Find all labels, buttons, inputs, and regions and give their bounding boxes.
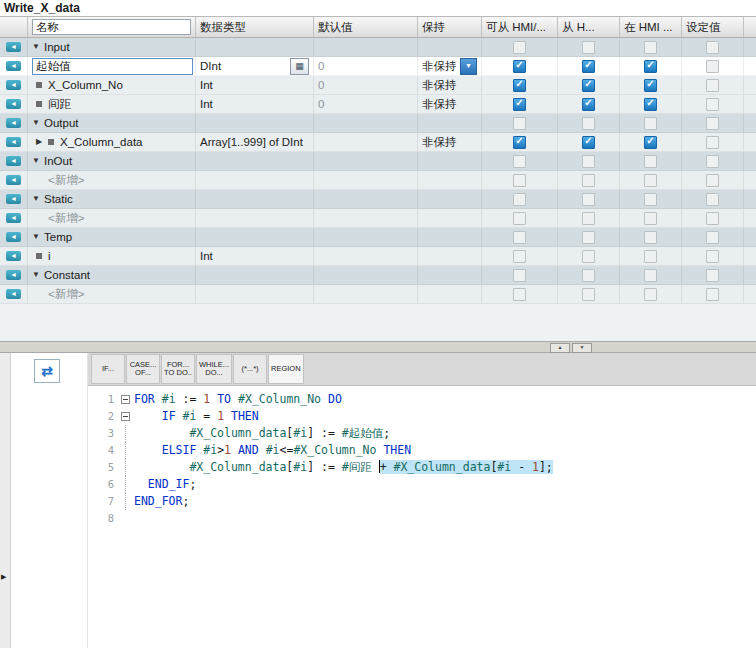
retain-cell[interactable] — [418, 247, 482, 265]
table-row[interactable]: ◄间距Int0非保持 — [0, 95, 756, 114]
visible-in-hmi-checkbox[interactable] — [644, 136, 657, 149]
header-datatype[interactable]: 数据类型 — [196, 17, 314, 37]
table-row[interactable]: ◄▼Static — [0, 190, 756, 209]
snippet-region-button[interactable]: REGION — [268, 354, 304, 384]
table-row[interactable]: ◄<新增> — [0, 285, 756, 304]
table-row[interactable]: ◄起始值DInt▦0非保持▼ — [0, 57, 756, 76]
header-setpoint[interactable]: 设定值 — [682, 17, 744, 37]
variable-name[interactable]: X_Column_No — [48, 76, 123, 94]
default-value-cell[interactable]: 0 — [314, 76, 418, 94]
code-area[interactable]: 1FOR #i := 1 TO #X_Column_No DO2 IF #i =… — [88, 386, 756, 648]
collapse-arrow-icon[interactable]: ▼ — [32, 38, 44, 56]
table-row[interactable]: ◄▼Input — [0, 38, 756, 57]
accessible-from-hmi-checkbox[interactable] — [513, 250, 526, 263]
default-value-cell[interactable]: 0 — [314, 95, 418, 113]
setpoint-checkbox[interactable] — [706, 250, 719, 263]
collapse-arrow-icon[interactable]: ▼ — [32, 266, 44, 284]
splitter-bar[interactable]: ▲ ▼ — [0, 341, 756, 353]
variable-name[interactable]: <新增> — [48, 285, 84, 303]
expand-arrow-icon[interactable]: ▶ — [36, 133, 48, 151]
variable-name[interactable]: 起始值 — [32, 58, 193, 75]
code-line[interactable]: 8 — [88, 510, 756, 527]
code-line[interactable]: 4 ELSIF #i>1 AND #i<=#X_Column_No THEN — [88, 442, 756, 459]
code-line[interactable]: 3 #X_Column_data[#i] := #起始值; — [88, 425, 756, 442]
collapse-arrow-icon[interactable]: ▼ — [32, 190, 44, 208]
snippet-for-button[interactable]: FOR... TO DO.. — [161, 354, 195, 384]
table-row[interactable]: ◄iInt — [0, 247, 756, 266]
visible-in-hmi-checkbox[interactable] — [644, 250, 657, 263]
snippet-case-button[interactable]: CASE... OF... — [126, 354, 160, 384]
writable-from-hmi-checkbox[interactable] — [582, 98, 595, 111]
snippet-if-button[interactable]: IF... — [91, 354, 125, 384]
table-row[interactable]: ◄▼Temp — [0, 228, 756, 247]
collapse-arrow-icon[interactable]: ▼ — [32, 114, 44, 132]
datatype-cell[interactable]: Array[1..999] of DInt — [196, 133, 314, 151]
splitter-collapse-down-icon[interactable]: ▼ — [572, 343, 592, 353]
header-default-value[interactable]: 默认值 — [314, 17, 418, 37]
table-row[interactable]: ◄▼Constant — [0, 266, 756, 285]
datatype-browse-button[interactable]: ▦ — [290, 58, 309, 75]
table-row[interactable]: ◄<新增> — [0, 209, 756, 228]
variable-name[interactable]: Input — [44, 38, 70, 56]
code-line[interactable]: 5 #X_Column_data[#i] := #间距 + #X_Column_… — [88, 459, 756, 476]
datatype-cell[interactable]: Int — [196, 76, 314, 94]
visible-in-hmi-checkbox[interactable] — [644, 98, 657, 111]
header-writable-from-hmi[interactable]: 从 H... — [558, 17, 620, 37]
accessible-from-hmi-checkbox[interactable] — [513, 79, 526, 92]
table-row[interactable]: ◄▼InOut — [0, 152, 756, 171]
default-value-cell[interactable] — [314, 133, 418, 151]
setpoint-checkbox[interactable] — [706, 98, 719, 111]
retain-dropdown-button[interactable]: ▼ — [460, 58, 477, 75]
setpoint-checkbox[interactable] — [706, 60, 719, 73]
writable-from-hmi-checkbox[interactable] — [582, 136, 595, 149]
collapse-arrow-icon[interactable]: ▼ — [32, 228, 44, 246]
writable-from-hmi-checkbox[interactable] — [582, 60, 595, 73]
collapse-arrow-icon[interactable]: ▼ — [32, 152, 44, 170]
default-value-cell[interactable] — [314, 247, 418, 265]
code-line[interactable]: 1FOR #i := 1 TO #X_Column_No DO — [88, 391, 756, 408]
variable-name[interactable]: X_Column_data — [60, 133, 142, 151]
snippet-while-button[interactable]: WHILE... DO... — [196, 354, 232, 384]
retain-cell[interactable]: 非保持 — [418, 133, 482, 151]
variable-name[interactable]: Constant — [44, 266, 90, 284]
code-line[interactable]: 6 END_IF; — [88, 476, 756, 493]
datatype-cell[interactable]: DInt▦ — [196, 57, 314, 75]
accessible-from-hmi-checkbox[interactable] — [513, 136, 526, 149]
retain-cell[interactable]: 非保持▼ — [418, 57, 482, 75]
name-filter-box[interactable]: 名称 — [32, 19, 191, 35]
code-line[interactable]: 7END_FOR; — [88, 493, 756, 510]
code-line[interactable]: 2 IF #i = 1 THEN — [88, 408, 756, 425]
table-row[interactable]: ◄<新增> — [0, 171, 756, 190]
header-retain[interactable]: 保持 — [418, 17, 482, 37]
writable-from-hmi-checkbox[interactable] — [582, 79, 595, 92]
header-name[interactable]: 名称 — [28, 17, 196, 37]
expand-panel-icon[interactable]: ▶ — [1, 573, 6, 581]
variable-name[interactable]: Static — [44, 190, 73, 208]
table-row[interactable]: ◄▼Output — [0, 114, 756, 133]
table-row[interactable]: ◄X_Column_NoInt0非保持 — [0, 76, 756, 95]
variable-name[interactable]: 间距 — [48, 95, 71, 113]
visible-in-hmi-checkbox[interactable] — [644, 79, 657, 92]
variable-name[interactable]: Output — [44, 114, 79, 132]
variable-name[interactable]: <新增> — [48, 209, 84, 227]
header-visible-in-hmi[interactable]: 在 HMI ... — [620, 17, 682, 37]
accessible-from-hmi-checkbox[interactable] — [513, 98, 526, 111]
snippet-comment-button[interactable]: (*...*) — [233, 354, 267, 384]
retain-cell[interactable]: 非保持 — [418, 95, 482, 113]
retain-cell[interactable]: 非保持 — [418, 76, 482, 94]
variable-name[interactable]: InOut — [44, 152, 72, 170]
variable-name[interactable]: Temp — [44, 228, 72, 246]
setpoint-checkbox[interactable] — [706, 79, 719, 92]
split-view-button[interactable]: ⇄ — [34, 359, 60, 383]
visible-in-hmi-checkbox[interactable] — [644, 60, 657, 73]
fold-collapse-icon[interactable] — [121, 412, 130, 421]
writable-from-hmi-checkbox[interactable] — [582, 250, 595, 263]
table-row[interactable]: ◄▶X_Column_dataArray[1..999] of DInt非保持 — [0, 133, 756, 152]
accessible-from-hmi-checkbox[interactable] — [513, 60, 526, 73]
setpoint-checkbox[interactable] — [706, 136, 719, 149]
fold-collapse-icon[interactable] — [121, 395, 130, 404]
variable-name[interactable]: i — [48, 247, 51, 265]
header-accessible-from-hmi[interactable]: 可从 HMI/... — [482, 17, 558, 37]
splitter-collapse-up-icon[interactable]: ▲ — [550, 343, 570, 353]
datatype-cell[interactable]: Int — [196, 247, 314, 265]
